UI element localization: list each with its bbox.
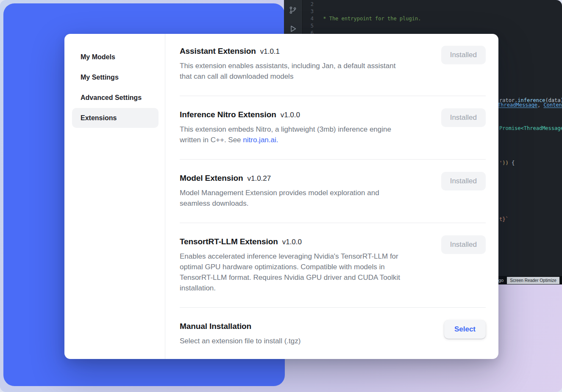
sidebar-item-extensions[interactable]: Extensions <box>72 108 159 128</box>
assistant-installed-button[interactable]: Installed <box>441 46 486 64</box>
manual-select-button[interactable]: Select <box>444 320 486 339</box>
line-number: 2 <box>303 1 314 8</box>
section-title: Model Extension <box>180 174 243 183</box>
extension-section-assistant: Assistant Extension v1.0.1 This extensio… <box>180 46 486 96</box>
section-header: Model Extension v1.0.27 <box>180 174 486 183</box>
section-description: Model Management Extension provides mode… <box>180 188 434 209</box>
sidebar-item-advanced-settings[interactable]: Advanced Settings <box>72 88 159 108</box>
settings-modal: My Models My Settings Advanced Settings … <box>64 34 498 359</box>
section-description: This extension embeds Nitro, a lightweig… <box>180 124 434 145</box>
section-version: v1.0.0 <box>282 238 302 246</box>
line-number-gutter: 2 3 4 5 6 <box>303 1 314 37</box>
screenshot-root: 2 3 4 5 6 * The entrypoint for the plugi… <box>0 0 562 392</box>
section-version: v1.0.1 <box>260 47 280 56</box>
model-installed-button[interactable]: Installed <box>441 172 486 190</box>
section-header: Manual Installation <box>180 322 486 331</box>
section-version: v1.0.27 <box>247 174 271 183</box>
section-header: Assistant Extension v1.0.1 <box>180 47 486 56</box>
tensorrt-installed-button[interactable]: Installed <box>441 235 486 254</box>
extension-section-nitro: Inference Nitro Extension v1.0.0 This ex… <box>180 96 486 160</box>
code-fragment: t}` <box>499 216 509 222</box>
sidebar-item-my-settings[interactable]: My Settings <box>72 67 159 87</box>
line-number: 4 <box>303 15 314 22</box>
section-header: Inference Nitro Extension v1.0.0 <box>180 110 486 119</box>
line-number: 5 <box>303 22 314 30</box>
section-description: Enables accelerated inference leveraging… <box>180 251 434 293</box>
code-fragment: rator.inference(data)); <box>499 97 562 103</box>
extension-section-model: Model Extension v1.0.27 Model Management… <box>180 160 486 223</box>
sidebar-item-my-models[interactable]: My Models <box>72 47 159 67</box>
manual-installation-section: Manual Installation Select an extension … <box>180 308 486 346</box>
status-bar-text: go <box>498 278 504 283</box>
nitro-jan-ai-link[interactable]: nitro.jan.ai. <box>243 136 278 144</box>
section-version: v1.0.0 <box>281 111 300 119</box>
extension-section-tensorrt: TensortRT-LLM Extension v1.0.0 Enables a… <box>180 223 486 308</box>
section-title: TensortRT-LLM Extension <box>180 237 278 246</box>
code-fragment: ')) { <box>499 160 515 166</box>
section-description: This extension enables assistants, inclu… <box>180 61 434 82</box>
settings-sidebar: My Models My Settings Advanced Settings … <box>64 34 165 359</box>
section-header: TensortRT-LLM Extension v1.0.0 <box>180 237 486 246</box>
section-title: Inference Nitro Extension <box>180 110 276 119</box>
section-description: Select an extension file to install (.tg… <box>180 336 434 346</box>
section-title: Assistant Extension <box>180 47 256 56</box>
screen-reader-badge: Screen Reader Optimize <box>507 277 559 284</box>
source-control-icon <box>288 6 298 16</box>
code-line-comment: * The entrypoint for the plugin. <box>320 15 562 22</box>
section-title: Manual Installation <box>180 322 251 331</box>
extensions-panel: Assistant Extension v1.0.1 This extensio… <box>180 34 486 359</box>
line-number: 3 <box>303 8 314 15</box>
run-debug-icon <box>288 24 298 35</box>
code-fragment: Promise<ThreadMessage> <box>499 125 562 131</box>
nitro-installed-button[interactable]: Installed <box>441 108 486 127</box>
